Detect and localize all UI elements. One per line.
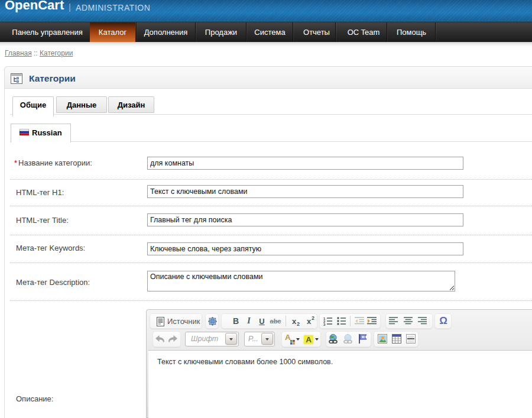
svg-text:3: 3 bbox=[323, 323, 326, 326]
